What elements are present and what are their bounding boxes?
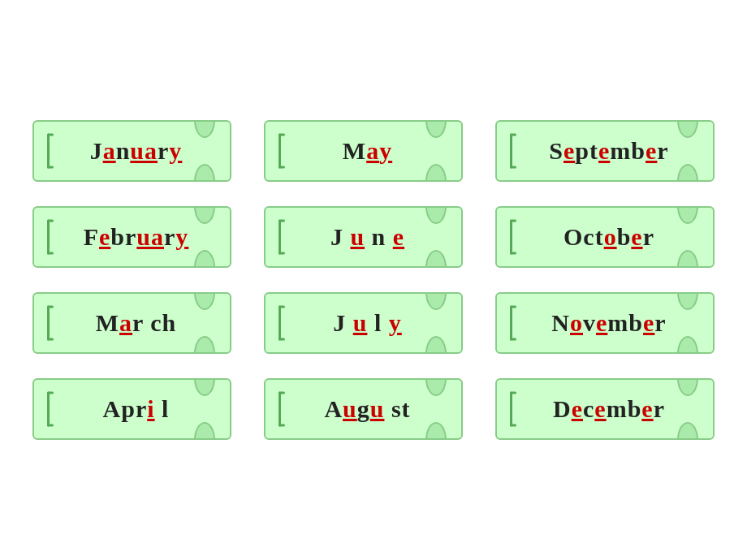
- month-label-june: J u n e: [322, 222, 404, 252]
- month-card-july: J u l y: [264, 292, 463, 354]
- month-label-april: Apri l: [95, 394, 170, 424]
- month-card-december: December: [495, 378, 715, 440]
- scroll-bracket: [510, 391, 512, 426]
- scroll-bracket: [279, 391, 281, 426]
- month-card-march: Mar ch: [32, 292, 231, 354]
- month-label-july: J u l y: [325, 308, 402, 338]
- scroll-bracket: [47, 219, 50, 254]
- scroll-bracket: [279, 305, 281, 340]
- month-label-september: September: [541, 136, 668, 166]
- scroll-bracket: [510, 133, 512, 168]
- month-card-january: January: [32, 120, 231, 182]
- month-label-august: Augu st: [316, 394, 410, 424]
- month-card-november: November: [495, 292, 715, 354]
- month-card-june: J u n e: [264, 206, 463, 268]
- month-card-february: February: [32, 206, 231, 268]
- month-label-december: December: [545, 394, 665, 424]
- month-label-november: November: [543, 308, 666, 338]
- scroll-bracket: [279, 219, 281, 254]
- month-label-october: October: [555, 222, 654, 252]
- month-card-september: September: [495, 120, 715, 182]
- scroll-bracket: [279, 133, 281, 168]
- month-label-january: January: [82, 136, 183, 166]
- month-label-may: May: [335, 136, 392, 166]
- scroll-bracket: [47, 391, 50, 426]
- scroll-bracket: [47, 305, 50, 340]
- scroll-bracket: [510, 219, 512, 254]
- scroll-bracket: [47, 133, 50, 168]
- months-grid: JanuaryMaySeptemberFebruaryJ u n eOctobe…: [0, 96, 747, 464]
- month-card-may: May: [264, 120, 463, 182]
- month-card-august: Augu st: [264, 378, 463, 440]
- month-card-october: October: [495, 206, 715, 268]
- month-card-april: Apri l: [32, 378, 231, 440]
- month-label-march: Mar ch: [88, 308, 177, 338]
- scroll-bracket: [510, 305, 512, 340]
- month-label-february: February: [76, 222, 189, 252]
